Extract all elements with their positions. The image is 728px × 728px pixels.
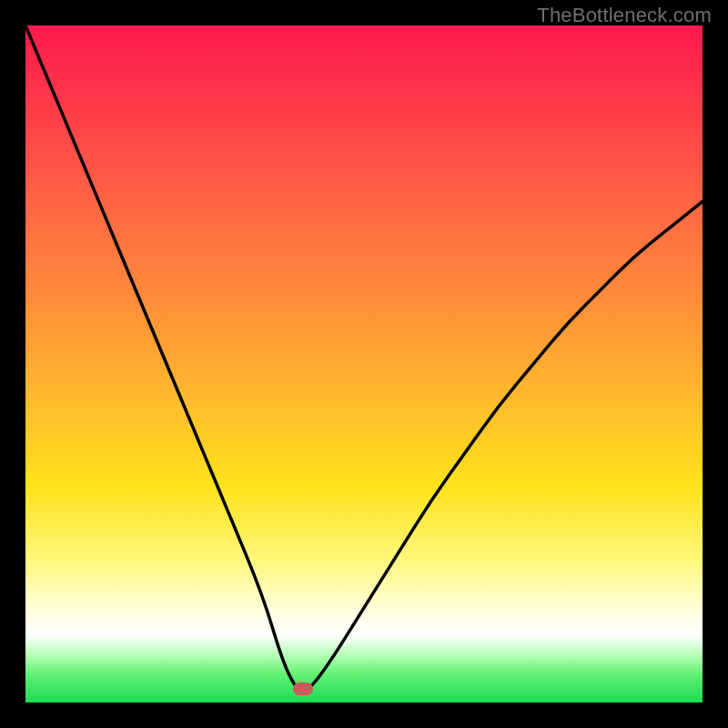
chart-frame: TheBottleneck.com	[0, 0, 728, 728]
min-marker-icon	[293, 682, 313, 695]
curve-svg	[25, 25, 703, 703]
plot-area	[25, 25, 703, 703]
watermark-text: TheBottleneck.com	[537, 4, 712, 27]
curve-path	[25, 25, 703, 689]
